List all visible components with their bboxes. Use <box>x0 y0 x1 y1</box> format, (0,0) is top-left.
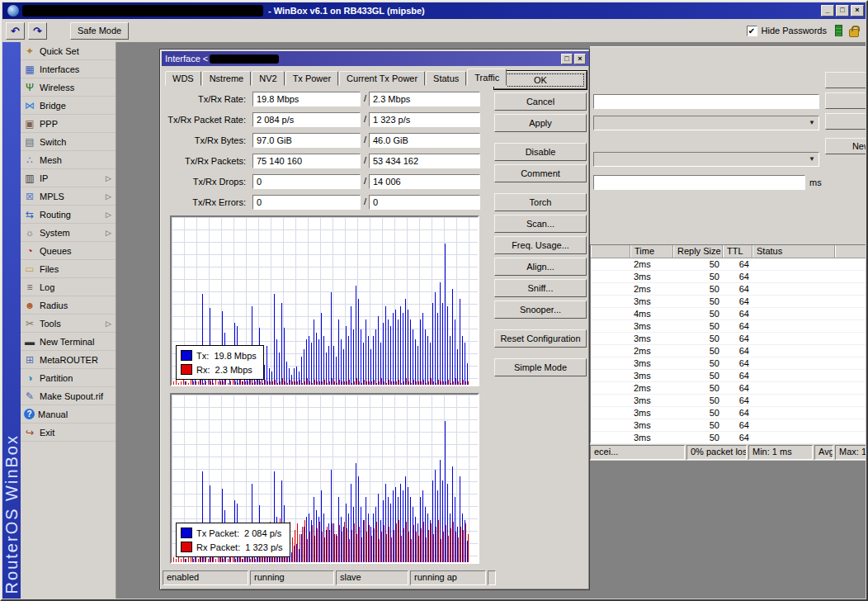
undo-icon[interactable]: ↶ <box>6 22 25 40</box>
dialog-button[interactable]: Disable <box>494 143 587 161</box>
sidebar-menu-item[interactable]: ☻ Radius <box>21 296 116 315</box>
tx-value-field[interactable]: 97.0 GiB <box>252 133 361 148</box>
sidebar-menu-item[interactable]: ? Manual <box>21 405 116 424</box>
table-row[interactable]: 3ms 50 64 <box>591 271 866 283</box>
dialog-titlebar[interactable]: Interface < □ × <box>162 51 589 66</box>
ping-results-table[interactable]: Time Reply Size TTL Status 2ms 50 <box>590 244 866 443</box>
safe-mode-button[interactable]: Safe Mode <box>70 22 129 40</box>
ping-table-header[interactable]: Time Reply Size TTL Status <box>591 245 866 258</box>
sidebar-menu-item[interactable]: ⊠ MPLS ▷ <box>21 187 116 206</box>
table-row[interactable]: 4ms 50 64 <box>591 308 866 320</box>
ping-interface-select[interactable]: ▼ <box>593 116 819 130</box>
column-header-time[interactable]: Time <box>630 245 673 258</box>
dialog-button[interactable]: Comment <box>494 164 587 182</box>
sidebar-menu-item[interactable]: ▬ New Terminal <box>21 333 116 351</box>
sidebar-menu-item[interactable]: ▤ Switch <box>21 133 116 151</box>
tx-value-field[interactable]: 2 084 p/s <box>252 112 361 127</box>
sidebar-menu-item[interactable]: ☼ System ▷ <box>21 224 116 242</box>
tab[interactable]: Nstreme <box>202 71 252 86</box>
table-row[interactable]: 2ms 50 64 <box>591 258 866 271</box>
table-row[interactable]: 2ms 50 64 <box>591 345 866 357</box>
tab[interactable]: NV2 <box>252 71 284 86</box>
ping-address-input[interactable] <box>593 94 819 109</box>
dialog-button[interactable]: Align... <box>494 258 587 276</box>
dialog-button[interactable]: Apply <box>494 114 587 132</box>
column-header-ttl[interactable]: TTL <box>723 245 752 258</box>
table-row[interactable]: 2ms 50 64 <box>591 382 866 395</box>
dialog-button[interactable]: Freq. Usage... <box>494 236 587 254</box>
dialog-button[interactable]: OK <box>494 71 587 89</box>
sidebar-menu-item[interactable]: ▥ IP ▷ <box>21 169 116 187</box>
table-row[interactable]: 3ms 50 64 <box>591 320 866 333</box>
column-header[interactable] <box>591 245 630 258</box>
table-row[interactable]: 3ms 50 64 <box>591 432 866 444</box>
sidebar-menu-item[interactable]: ▭ Files <box>21 260 116 278</box>
table-row[interactable]: 3ms 50 64 <box>591 407 866 419</box>
main-titlebar[interactable]: - WinBox v6.1 on RB433GL (mipsbe) _ □ × <box>2 2 866 19</box>
sidebar-menu-item[interactable]: ↪ Exit <box>21 424 116 442</box>
dialog-button[interactable]: Simple Mode <box>494 358 587 376</box>
sidebar-menu-item[interactable]: ✂ Tools ▷ <box>21 315 116 333</box>
dialog-button[interactable]: Torch <box>494 193 587 211</box>
dialog-close-button[interactable]: × <box>574 54 586 64</box>
tab[interactable]: Current Tx Power <box>339 71 425 86</box>
ping-action-button[interactable]: Close <box>825 113 866 130</box>
ping-interval-input[interactable] <box>593 175 805 190</box>
ping-action-button[interactable]: Start <box>825 72 866 88</box>
column-header-status[interactable]: Status <box>752 245 835 258</box>
secure-lock-icon <box>849 29 859 37</box>
maximize-button[interactable]: □ <box>836 5 849 17</box>
table-row[interactable]: 2ms 50 64 <box>591 283 866 296</box>
dialog-button[interactable]: Reset Configuration <box>494 329 587 348</box>
table-row[interactable]: 3ms 50 64 <box>591 370 866 382</box>
dialog-maximize-button[interactable]: □ <box>561 54 573 64</box>
rx-value-field[interactable]: 2.3 Mbps <box>369 92 480 106</box>
table-row[interactable]: 3ms 50 64 <box>591 333 866 345</box>
minimize-button[interactable]: _ <box>821 5 834 17</box>
field-label: Tx/Rx Bytes: <box>160 135 249 145</box>
table-row[interactable]: 3ms 50 64 <box>591 357 866 370</box>
rx-value-field[interactable]: 53 434 162 <box>369 154 480 168</box>
slash-separator: / <box>364 135 366 144</box>
ping-src-address-select[interactable]: ▼ <box>593 152 819 167</box>
table-row[interactable]: 3ms 50 64 <box>591 419 866 432</box>
column-header[interactable] <box>835 245 866 258</box>
dialog-button[interactable]: Scan... <box>494 215 587 233</box>
dialog-button[interactable]: Cancel <box>494 92 587 111</box>
rx-value-field[interactable]: 14 006 <box>369 174 480 189</box>
sidebar-menu-item[interactable]: ∴ Mesh <box>21 151 116 169</box>
rx-value-field[interactable]: 1 323 p/s <box>369 112 480 127</box>
sidebar-menu-item[interactable]: ▣ PPP <box>21 115 116 133</box>
sidebar-menu-item[interactable]: ⊞ MetaROUTER <box>21 351 116 369</box>
ping-action-button[interactable]: Stop <box>825 92 866 109</box>
sidebar-menu-item[interactable]: ≡ Log <box>21 278 116 296</box>
sidebar-menu-item[interactable]: ✎ Make Supout.rif <box>21 387 116 405</box>
tab[interactable]: Traffic <box>467 69 507 86</box>
table-row[interactable]: 3ms 50 64 <box>591 395 866 407</box>
sidebar-menu-item[interactable]: ▦ Interfaces <box>21 60 116 78</box>
tx-value-field[interactable]: 19.8 Mbps <box>252 92 361 106</box>
tab[interactable]: Status <box>426 71 466 86</box>
sidebar-menu-item[interactable]: ◑ Partition <box>21 369 116 387</box>
tx-value-field[interactable]: 0 <box>252 195 361 210</box>
sidebar-menu-item[interactable]: ⇆ Routing ▷ <box>21 206 116 224</box>
sidebar-menu-item[interactable]: ✦ Quick Set <box>21 42 116 60</box>
sidebar-menu-item[interactable]: ◔ Queues <box>21 242 116 260</box>
table-row[interactable]: 3ms 50 64 <box>591 296 866 308</box>
hide-passwords-checkbox[interactable]: ✔ <box>747 26 757 36</box>
redo-icon[interactable]: ↷ <box>28 22 47 40</box>
tab[interactable]: WDS <box>165 71 201 86</box>
sidebar-menu-item[interactable]: Ψ Wireless <box>21 78 116 97</box>
tx-value-field[interactable]: 75 140 160 <box>252 154 361 168</box>
close-button[interactable]: × <box>851 5 864 17</box>
rate-chart-legend: Tx: 19.8 Mbps Rx: 2.3 Mbps <box>176 345 264 380</box>
sidebar-menu-item[interactable]: ⋈ Bridge <box>21 97 116 115</box>
ping-action-button[interactable]: New Window <box>825 138 866 154</box>
dialog-button[interactable]: Sniff... <box>494 279 587 297</box>
rx-value-field[interactable]: 0 <box>369 195 480 210</box>
tx-value-field[interactable]: 0 <box>252 174 361 189</box>
tab[interactable]: Tx Power <box>285 71 338 86</box>
rx-value-field[interactable]: 46.0 GiB <box>369 133 480 148</box>
dialog-button[interactable]: Snooper... <box>494 300 587 319</box>
column-header-reply-size[interactable]: Reply Size <box>673 245 723 258</box>
